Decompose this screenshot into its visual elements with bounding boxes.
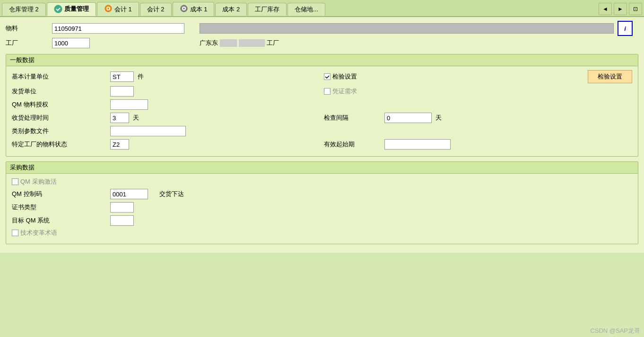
row-receipt-time: 收货处理时间 天 检查间隔 天 xyxy=(12,113,632,123)
cost1-icon xyxy=(180,4,188,14)
row-category-param: 类别参数文件 xyxy=(12,126,632,136)
tab-warehouse2-label: 仓库管理 2 xyxy=(9,5,39,14)
check-interval-label: 检查间隔 xyxy=(324,114,381,122)
tab-cost1-label: 成本 1 xyxy=(190,5,208,14)
factory-desc: 广东东 ████ ██████ 工厂 xyxy=(200,39,614,47)
qm-purchase-checkbox-wrap: QM 采购激活 xyxy=(12,177,57,186)
tab-accounting1[interactable]: 会计 1 xyxy=(97,2,139,16)
delivery-label: 交货下达 xyxy=(159,190,184,198)
factory-label: 工厂 xyxy=(6,39,48,47)
tab-prev-button[interactable]: ◄ xyxy=(599,3,612,15)
purchase-data-header: 采购数据 xyxy=(6,162,638,174)
accounting1-icon xyxy=(104,4,113,14)
row-qm-control: QM 控制码 交货下达 xyxy=(12,189,632,199)
header-section: 物料 i 工厂 广东东 ████ ██████ 工厂 xyxy=(6,21,638,48)
inspection-setting-label: 检验设置 xyxy=(332,72,357,81)
row-target-qm: 目标 QM 系统 xyxy=(12,215,632,226)
tab-storage[interactable]: 仓储地... xyxy=(287,3,325,16)
inspection-setting-checkbox[interactable] xyxy=(324,73,331,80)
basic-unit-input[interactable] xyxy=(110,71,134,82)
valid-start-label: 有效起始期 xyxy=(324,140,381,149)
general-data-body: 基本计量单位 件 检验设置 检验设置 xyxy=(6,66,638,156)
check-interval-input[interactable] xyxy=(384,113,432,123)
voucher-demand-checkbox[interactable] xyxy=(324,88,331,95)
row-qm-purchase: QM 采购激活 xyxy=(12,177,632,186)
material-status-label: 特定工厂的物料状态 xyxy=(12,140,106,149)
tab-next-button[interactable]: ► xyxy=(614,3,627,15)
main-content: 物料 i 工厂 广东东 ████ ██████ 工厂 一般数据 基本计量单位 件 xyxy=(0,17,644,253)
qm-purchase-label: QM 采购激活 xyxy=(20,177,57,186)
qm-control-input[interactable] xyxy=(110,189,148,199)
row-shipping-unit: 发货单位 凭证需求 xyxy=(12,86,632,97)
quality-icon xyxy=(54,5,62,13)
purchase-data-section: 采购数据 QM 采购激活 QM 控制码 交货下达 xyxy=(6,161,638,244)
tab-cost2[interactable]: 成本 2 xyxy=(215,3,247,16)
material-status-input[interactable] xyxy=(110,139,129,150)
tech-change-checkbox[interactable] xyxy=(12,230,18,236)
tab-accounting2-label: 会计 2 xyxy=(147,5,165,14)
tab-cost2-label: 成本 2 xyxy=(222,5,240,14)
general-data-section: 一般数据 基本计量单位 件 检验设置 检 xyxy=(6,54,638,157)
tech-change-label: 技术变革术语 xyxy=(20,229,57,237)
shipping-unit-input[interactable] xyxy=(110,86,134,97)
tab-navigation: ◄ ► ⊡ xyxy=(599,3,642,15)
tech-change-checkbox-wrap: 技术变革术语 xyxy=(12,229,57,237)
svg-point-3 xyxy=(107,8,109,9)
target-qm-input[interactable] xyxy=(110,215,134,226)
target-qm-label: 目标 QM 系统 xyxy=(12,216,106,225)
qm-purchase-checkbox[interactable] xyxy=(12,178,18,185)
receipt-time-input[interactable] xyxy=(110,113,129,123)
watermark: CSDN @SAP龙哥 xyxy=(590,327,640,335)
receipt-time-label: 收货处理时间 xyxy=(12,114,106,122)
category-param-input[interactable] xyxy=(110,126,186,136)
row-qm-auth: QM 物料授权 xyxy=(12,99,632,110)
row-basic-unit: 基本计量单位 件 检验设置 检验设置 xyxy=(12,70,632,83)
general-data-header: 一般数据 xyxy=(6,54,638,66)
svg-point-6 xyxy=(183,8,185,9)
inspection-setting-checkbox-wrap: 检验设置 xyxy=(324,72,357,81)
cert-type-label: 证书类型 xyxy=(12,203,106,212)
row-tech-change: 技术变革术语 xyxy=(12,229,632,237)
voucher-demand-label: 凭证需求 xyxy=(332,87,357,96)
qm-auth-label: QM 物料授权 xyxy=(12,100,106,109)
category-param-label: 类别参数文件 xyxy=(12,127,106,135)
cert-type-input[interactable] xyxy=(110,202,134,213)
qm-control-label: QM 控制码 xyxy=(12,190,106,198)
tab-accounting2[interactable]: 会计 2 xyxy=(140,3,172,16)
tab-accounting1-label: 会计 1 xyxy=(114,5,132,14)
tab-cost1[interactable]: 成本 1 xyxy=(173,2,215,16)
tab-storage-label: 仓储地... xyxy=(295,5,318,14)
tab-quality[interactable]: 质量管理 xyxy=(47,2,96,16)
info-button[interactable]: i xyxy=(618,21,633,36)
svg-point-0 xyxy=(54,5,62,13)
basic-unit-label: 基本计量单位 xyxy=(12,72,106,81)
tab-expand-button[interactable]: ⊡ xyxy=(629,3,642,15)
tab-warehouse2[interactable]: 仓库管理 2 xyxy=(2,3,46,16)
row-material-status: 特定工厂的物料状态 有效起始期 xyxy=(12,139,632,150)
valid-start-input[interactable] xyxy=(384,139,451,150)
tab-factory-label: 工厂库存 xyxy=(255,5,279,14)
purchase-data-body: QM 采购激活 QM 控制码 交货下达 证书类型 xyxy=(6,174,638,244)
tab-factory[interactable]: 工厂库存 xyxy=(248,3,287,16)
tab-bar: 仓库管理 2 质量管理 会计 1 会计 2 成本 1 成本 2 工厂库存 仓储地… xyxy=(0,0,644,17)
material-label: 物料 xyxy=(6,24,48,33)
shipping-unit-label: 发货单位 xyxy=(12,87,106,96)
qm-auth-input[interactable] xyxy=(110,99,148,110)
row-cert-type: 证书类型 xyxy=(12,202,632,213)
material-desc-blurred xyxy=(200,23,614,34)
material-input[interactable] xyxy=(52,23,184,34)
tab-quality-label: 质量管理 xyxy=(64,5,89,13)
voucher-demand-checkbox-wrap: 凭证需求 xyxy=(324,87,357,96)
factory-input[interactable] xyxy=(52,38,90,48)
inspection-setting-button[interactable]: 检验设置 xyxy=(588,70,632,83)
